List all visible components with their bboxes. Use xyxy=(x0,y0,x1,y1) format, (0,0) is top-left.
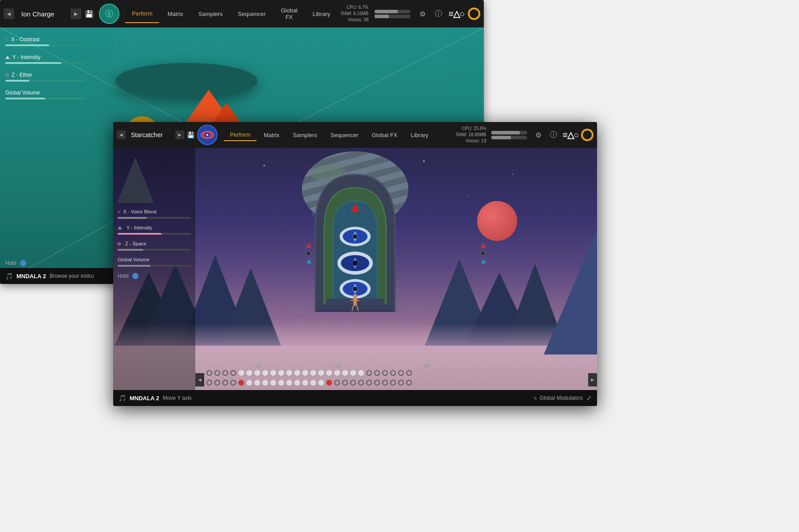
tab-library-front[interactable]: Library xyxy=(404,129,435,141)
next-preset-front[interactable]: ► xyxy=(175,130,184,139)
svg-point-2 xyxy=(108,15,110,16)
tab-library-back[interactable]: Library xyxy=(305,4,337,23)
key-dot[interactable] xyxy=(262,380,268,386)
svg-point-44 xyxy=(353,287,357,291)
gear-icon-front[interactable]: ⚙ xyxy=(532,129,545,141)
slider-global-volume-front[interactable] xyxy=(118,265,191,267)
key-dot[interactable] xyxy=(326,380,332,386)
wave-icon: ∿ xyxy=(533,395,537,401)
piano-right-arrow[interactable]: ► xyxy=(588,373,597,386)
key-dot[interactable] xyxy=(294,370,300,376)
key-dot[interactable] xyxy=(310,370,316,376)
hold-circle-back[interactable] xyxy=(20,260,26,266)
key-dot[interactable] xyxy=(374,380,380,386)
key-dot[interactable] xyxy=(382,380,388,386)
prev-preset-back[interactable]: ◄ xyxy=(4,8,14,19)
slider-x-contrast[interactable] xyxy=(5,44,85,46)
key-dot[interactable] xyxy=(334,380,340,386)
key-dot[interactable] xyxy=(342,370,348,376)
expand-icon[interactable]: ⤢ xyxy=(586,394,592,402)
key-dot[interactable] xyxy=(342,380,348,386)
save-button-back[interactable]: 💾 xyxy=(85,10,94,18)
key-dot[interactable] xyxy=(318,380,324,386)
key-dot[interactable] xyxy=(254,370,260,376)
key-dot[interactable] xyxy=(246,380,252,386)
key-dot[interactable] xyxy=(390,370,396,376)
key-dot[interactable] xyxy=(254,380,260,386)
slider-global-volume-back[interactable] xyxy=(5,98,85,99)
piano-left-arrow[interactable]: ◄ xyxy=(195,373,204,386)
key-dot[interactable] xyxy=(214,370,220,376)
key-dot[interactable] xyxy=(406,370,412,376)
key-dot[interactable] xyxy=(318,370,324,376)
tab-matrix-front[interactable]: Matrix xyxy=(257,129,285,141)
key-dot[interactable] xyxy=(246,370,252,376)
hold-label-front: Hold xyxy=(118,273,129,279)
tab-samplers-back[interactable]: Samplers xyxy=(191,4,230,23)
slider-y-intensity-front[interactable] xyxy=(118,233,191,235)
key-dot[interactable] xyxy=(302,370,308,376)
tab-perform-front[interactable]: Perform xyxy=(224,129,257,141)
slider-z-space[interactable] xyxy=(118,249,191,251)
key-dot[interactable] xyxy=(358,370,364,376)
piano-row-1 xyxy=(206,370,586,376)
key-dot[interactable] xyxy=(382,370,388,376)
key-dot[interactable] xyxy=(374,370,380,376)
key-dot[interactable] xyxy=(222,370,228,376)
key-dot[interactable] xyxy=(294,380,300,386)
key-dot[interactable] xyxy=(326,370,332,376)
tab-globalfx-back[interactable]: Global FX xyxy=(274,4,305,23)
key-dot[interactable] xyxy=(238,380,244,386)
key-dot[interactable] xyxy=(278,380,284,386)
key-dot[interactable] xyxy=(230,380,236,386)
key-dot[interactable] xyxy=(390,380,396,386)
key-dot[interactable] xyxy=(206,370,212,376)
key-dot[interactable] xyxy=(334,370,340,376)
save-button-front[interactable]: 💾 xyxy=(187,131,194,138)
key-label-c4: C4 xyxy=(424,363,430,368)
key-dot[interactable] xyxy=(214,380,220,386)
tab-globalfx-front[interactable]: Global FX xyxy=(365,129,403,141)
logo-text-front: ≡△○ xyxy=(562,130,578,140)
key-dot[interactable] xyxy=(350,380,356,386)
key-dot[interactable] xyxy=(302,380,308,386)
key-dot[interactable] xyxy=(286,380,292,386)
next-preset-back[interactable]: ► xyxy=(71,8,81,19)
key-dot[interactable] xyxy=(366,380,372,386)
key-dot[interactable] xyxy=(350,370,356,376)
control-x-voiceblend: ≡ X - Voice Blend xyxy=(118,209,191,219)
key-dot[interactable] xyxy=(238,370,244,376)
control-x-contrast: ≡ X - Contrast xyxy=(5,36,85,46)
tab-perform-back[interactable]: Perform xyxy=(125,4,159,23)
key-dot[interactable] xyxy=(230,370,236,376)
tab-sequencer-back[interactable]: Sequencer xyxy=(231,4,273,23)
key-dot[interactable] xyxy=(270,370,276,376)
prev-preset-front[interactable]: ◄ xyxy=(117,130,126,139)
svg-marker-50 xyxy=(118,158,153,203)
key-dot[interactable] xyxy=(406,380,412,386)
key-dot[interactable] xyxy=(398,370,404,376)
slider-x-voiceblend[interactable] xyxy=(118,217,191,219)
key-dot[interactable] xyxy=(286,370,292,376)
gear-icon-back[interactable]: ⚙ xyxy=(416,8,429,20)
instrument-logo-front[interactable] xyxy=(197,125,218,145)
tab-samplers-front[interactable]: Samplers xyxy=(287,129,324,141)
slider-z-ether[interactable] xyxy=(5,80,85,82)
instrument-logo-back[interactable] xyxy=(99,4,119,24)
key-dot[interactable] xyxy=(270,380,276,386)
key-dot[interactable] xyxy=(278,370,284,376)
info-icon-front[interactable]: ⓘ xyxy=(547,129,560,141)
key-dot[interactable] xyxy=(206,380,212,386)
control-global-volume-front: Global Volume xyxy=(118,257,191,267)
key-dot[interactable] xyxy=(366,370,372,376)
key-dot[interactable] xyxy=(262,370,268,376)
tab-sequencer-front[interactable]: Sequencer xyxy=(324,129,365,141)
hold-circle-front[interactable] xyxy=(132,273,138,279)
key-dot[interactable] xyxy=(358,380,364,386)
key-dot[interactable] xyxy=(222,380,228,386)
key-dot[interactable] xyxy=(398,380,404,386)
key-dot[interactable] xyxy=(310,380,316,386)
slider-y-intensity[interactable] xyxy=(5,62,85,64)
info-icon-back[interactable]: ⓘ xyxy=(432,8,445,20)
tab-matrix-back[interactable]: Matrix xyxy=(160,4,190,23)
